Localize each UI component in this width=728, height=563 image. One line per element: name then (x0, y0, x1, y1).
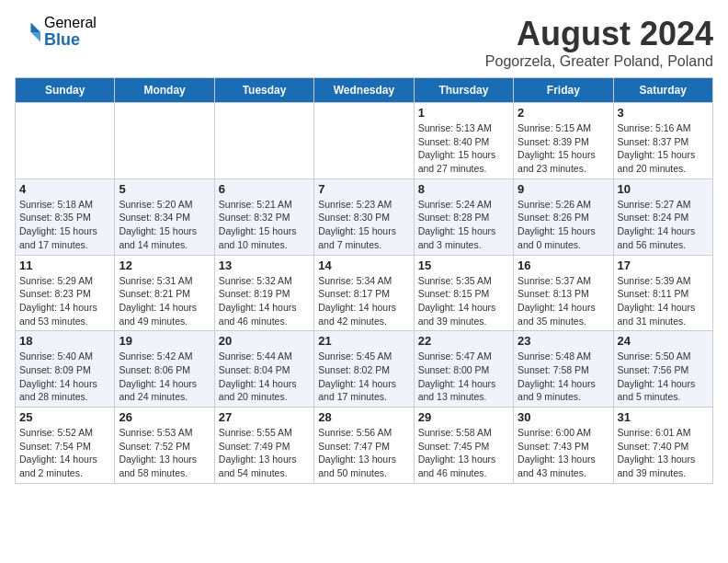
cell-info: Sunrise: 5:23 AMSunset: 8:30 PMDaylight:… (318, 198, 409, 252)
svg-marker-0 (31, 22, 41, 32)
table-cell: 17Sunrise: 5:39 AMSunset: 8:11 PMDayligh… (613, 255, 712, 331)
header-row: Sunday Monday Tuesday Wednesday Thursday… (16, 78, 713, 103)
cell-info: Sunrise: 5:53 AMSunset: 7:52 PMDaylight:… (119, 426, 210, 480)
cell-date-number: 7 (318, 182, 409, 196)
table-cell: 2Sunrise: 5:15 AMSunset: 8:39 PMDaylight… (514, 103, 613, 179)
subtitle: Pogorzela, Greater Poland, Poland (485, 53, 713, 70)
cell-info: Sunrise: 5:45 AMSunset: 8:02 PMDaylight:… (318, 350, 409, 404)
table-cell: 27Sunrise: 5:55 AMSunset: 7:49 PMDayligh… (214, 408, 313, 484)
table-cell: 16Sunrise: 5:37 AMSunset: 8:13 PMDayligh… (514, 255, 613, 331)
cell-info: Sunrise: 5:26 AMSunset: 8:26 PMDaylight:… (518, 198, 609, 252)
table-cell: 7Sunrise: 5:23 AMSunset: 8:30 PMDaylight… (314, 178, 414, 255)
cell-info: Sunrise: 5:27 AMSunset: 8:24 PMDaylight:… (618, 198, 709, 252)
cell-date-number: 3 (618, 106, 709, 120)
table-cell: 10Sunrise: 5:27 AMSunset: 8:24 PMDayligh… (613, 178, 712, 255)
cell-info: Sunrise: 5:37 AMSunset: 8:13 PMDaylight:… (518, 274, 609, 328)
week-row-1: 1Sunrise: 5:13 AMSunset: 8:40 PMDaylight… (16, 103, 713, 179)
cell-date-number: 2 (518, 106, 609, 120)
cell-date-number: 8 (418, 182, 509, 196)
cell-info: Sunrise: 5:31 AMSunset: 8:21 PMDaylight:… (119, 274, 210, 328)
cell-date-number: 28 (318, 410, 409, 424)
cell-info: Sunrise: 5:52 AMSunset: 7:54 PMDaylight:… (19, 426, 110, 480)
cell-info: Sunrise: 5:42 AMSunset: 8:06 PMDaylight:… (119, 350, 210, 404)
table-cell: 22Sunrise: 5:47 AMSunset: 8:00 PMDayligh… (414, 331, 513, 408)
logo-icon (15, 19, 40, 45)
table-cell: 23Sunrise: 5:48 AMSunset: 7:58 PMDayligh… (514, 331, 613, 408)
cell-date-number: 16 (518, 259, 609, 272)
calendar-table: Sunday Monday Tuesday Wednesday Thursday… (15, 77, 713, 484)
logo: General Blue (15, 15, 97, 49)
cell-date-number: 5 (119, 182, 210, 196)
table-cell: 14Sunrise: 5:34 AMSunset: 8:17 PMDayligh… (314, 255, 414, 331)
table-cell: 25Sunrise: 5:52 AMSunset: 7:54 PMDayligh… (16, 408, 115, 484)
cell-date-number: 31 (618, 410, 709, 424)
table-cell: 26Sunrise: 5:53 AMSunset: 7:52 PMDayligh… (115, 408, 214, 484)
logo-text: General Blue (44, 15, 97, 49)
table-cell: 5Sunrise: 5:20 AMSunset: 8:34 PMDaylight… (115, 178, 214, 255)
col-wednesday: Wednesday (314, 78, 414, 103)
cell-info: Sunrise: 5:44 AMSunset: 8:04 PMDaylight:… (219, 350, 310, 404)
table-cell: 3Sunrise: 5:16 AMSunset: 8:37 PMDaylight… (613, 103, 712, 179)
table-cell (115, 103, 214, 179)
title-block: August 2024 Pogorzela, Greater Poland, P… (485, 15, 713, 70)
cell-info: Sunrise: 5:50 AMSunset: 7:56 PMDaylight:… (618, 350, 709, 404)
table-cell: 29Sunrise: 5:58 AMSunset: 7:45 PMDayligh… (414, 408, 513, 484)
table-cell: 30Sunrise: 6:00 AMSunset: 7:43 PMDayligh… (514, 408, 613, 484)
table-cell: 1Sunrise: 5:13 AMSunset: 8:40 PMDaylight… (414, 103, 513, 179)
cell-date-number: 1 (418, 106, 509, 120)
cell-date-number: 24 (618, 334, 709, 348)
table-cell: 4Sunrise: 5:18 AMSunset: 8:35 PMDaylight… (16, 178, 115, 255)
col-monday: Monday (115, 78, 214, 103)
cell-info: Sunrise: 5:48 AMSunset: 7:58 PMDaylight:… (518, 350, 609, 404)
table-cell (214, 103, 313, 179)
cell-info: Sunrise: 5:18 AMSunset: 8:35 PMDaylight:… (19, 198, 110, 252)
logo-general: General (44, 15, 97, 31)
cell-date-number: 9 (518, 182, 609, 196)
table-cell: 20Sunrise: 5:44 AMSunset: 8:04 PMDayligh… (214, 331, 313, 408)
col-sunday: Sunday (16, 78, 115, 103)
cell-date-number: 25 (19, 410, 110, 424)
cell-info: Sunrise: 5:16 AMSunset: 8:37 PMDaylight:… (618, 121, 709, 176)
cell-info: Sunrise: 5:20 AMSunset: 8:34 PMDaylight:… (119, 198, 210, 252)
cell-date-number: 15 (418, 259, 509, 272)
cell-info: Sunrise: 5:21 AMSunset: 8:32 PMDaylight:… (219, 198, 310, 252)
table-cell: 9Sunrise: 5:26 AMSunset: 8:26 PMDaylight… (514, 178, 613, 255)
cell-date-number: 11 (19, 259, 110, 272)
col-tuesday: Tuesday (214, 78, 313, 103)
cell-info: Sunrise: 6:01 AMSunset: 7:40 PMDaylight:… (618, 426, 709, 480)
page-header: General Blue August 2024 Pogorzela, Grea… (15, 15, 713, 70)
cell-date-number: 30 (518, 410, 609, 424)
cell-date-number: 21 (318, 334, 409, 348)
cell-info: Sunrise: 5:35 AMSunset: 8:15 PMDaylight:… (418, 274, 509, 328)
cell-date-number: 6 (219, 182, 310, 196)
cell-date-number: 23 (518, 334, 609, 348)
cell-info: Sunrise: 5:24 AMSunset: 8:28 PMDaylight:… (418, 198, 509, 252)
col-friday: Friday (514, 78, 613, 103)
table-cell: 24Sunrise: 5:50 AMSunset: 7:56 PMDayligh… (613, 331, 712, 408)
cell-info: Sunrise: 5:13 AMSunset: 8:40 PMDaylight:… (418, 121, 509, 176)
cell-date-number: 22 (418, 334, 509, 348)
cell-date-number: 18 (19, 334, 110, 348)
cell-date-number: 29 (418, 410, 509, 424)
table-cell: 19Sunrise: 5:42 AMSunset: 8:06 PMDayligh… (115, 331, 214, 408)
table-cell: 11Sunrise: 5:29 AMSunset: 8:23 PMDayligh… (16, 255, 115, 331)
cell-info: Sunrise: 5:39 AMSunset: 8:11 PMDaylight:… (618, 274, 709, 328)
table-cell: 6Sunrise: 5:21 AMSunset: 8:32 PMDaylight… (214, 178, 313, 255)
table-cell (16, 103, 115, 179)
table-cell: 31Sunrise: 6:01 AMSunset: 7:40 PMDayligh… (613, 408, 712, 484)
cell-info: Sunrise: 5:15 AMSunset: 8:39 PMDaylight:… (518, 121, 609, 176)
col-thursday: Thursday (414, 78, 513, 103)
main-title: August 2024 (485, 15, 713, 53)
cell-date-number: 19 (119, 334, 210, 348)
table-cell: 21Sunrise: 5:45 AMSunset: 8:02 PMDayligh… (314, 331, 414, 408)
cell-date-number: 26 (119, 410, 210, 424)
cell-date-number: 20 (219, 334, 310, 348)
cell-info: Sunrise: 5:58 AMSunset: 7:45 PMDaylight:… (418, 426, 509, 480)
week-row-3: 11Sunrise: 5:29 AMSunset: 8:23 PMDayligh… (16, 255, 713, 331)
cell-date-number: 13 (219, 259, 310, 272)
cell-date-number: 10 (618, 182, 709, 196)
page-container: General Blue August 2024 Pogorzela, Grea… (15, 15, 713, 484)
logo-blue: Blue (44, 31, 97, 50)
cell-info: Sunrise: 5:34 AMSunset: 8:17 PMDaylight:… (318, 274, 409, 328)
cell-info: Sunrise: 6:00 AMSunset: 7:43 PMDaylight:… (518, 426, 609, 480)
